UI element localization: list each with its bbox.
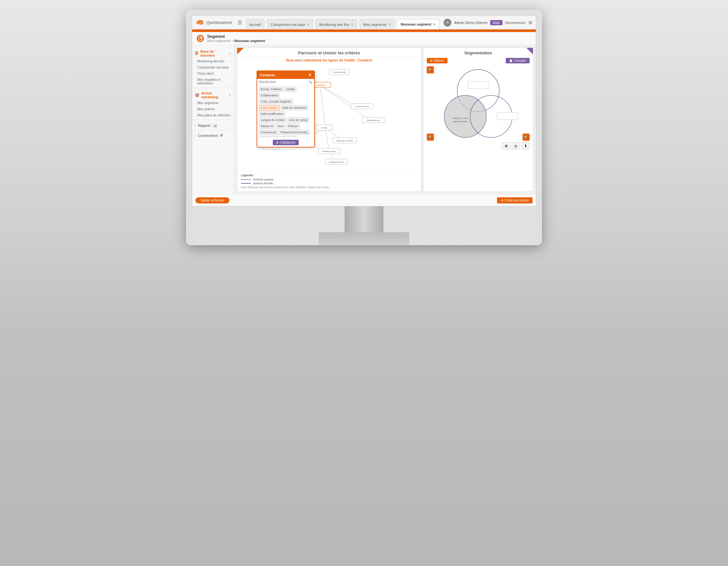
tag-collaborateur[interactable]: Collaborateur [259,93,280,98]
page-title-area: Segment Mes segments > Nouveau segment [207,34,265,43]
legend-title: Légende : [241,174,417,177]
tag-boutiq-preferee[interactable]: Boutiq. Préférée [259,87,283,92]
contacts-popup: Contacts ✕ 🔍 Boutiq. Préférée Civilit [257,71,315,148]
sidebar-marketing-header[interactable]: 🎯 Action marketing ▼ [192,89,234,100]
sidebar-divider-1 [192,88,234,88]
seg-buttons-top: ⊗ Effacer 📋 Compter [424,57,533,65]
sidebar-section-db: 🗄 Base de données ▼ Monitoring des flux … [192,48,234,86]
deconnexion-button[interactable]: Déconnexion [505,21,526,25]
left-panel-title: Parcourir et choisir les critères [237,48,421,57]
tag-segment[interactable]: Segment [282,136,297,137]
contacts-close-button[interactable]: ✕ [308,73,312,77]
venn-search-top[interactable]: 🔍 [427,66,434,73]
hamburger-menu[interactable]: ☰ [237,19,242,26]
svg-rect-40 [497,113,518,120]
arrow-icon-3: › [230,108,231,111]
search-icon: 🔍 [309,81,312,84]
sidebar-rapport-header[interactable]: › Rapport 📊 [192,121,234,128]
tab-nouveau-segment[interactable]: Nouveau segment ✕ [397,19,439,29]
svg-text:Catalogue produit: Catalogue produit [329,161,344,163]
corner-tr [526,48,533,54]
sidebar-connecteurs-header[interactable]: › Connecteurs ⚙ [192,131,234,139]
tag-crea-compte[interactable]: Créa. Compte Magento [259,99,293,104]
monitor-stand [192,206,536,245]
db-icon: 🗄 [195,51,198,55]
tab-comprendre[interactable]: Comprendre ma base ✕ [267,19,313,29]
sidebar-item-plans[interactable]: Mes plans de sélection › [192,112,234,118]
solid-line-icon [241,183,251,184]
venn-container: Glissez ici votre premier critère 🔍 🔍 🔍 [424,65,533,142]
svg-text:Contacts: Contacts [316,84,325,86]
tag-provenance[interactable]: Provenance [259,130,278,135]
tag-lieu-achat[interactable]: Lieu 1er achat [287,117,309,123]
settings-icon[interactable]: ⚙ [528,20,533,25]
arrow-icon-4: › [230,114,231,117]
tag-date-modif[interactable]: Date modification [259,111,285,117]
tag-civilite[interactable]: Civilité [284,87,296,92]
left-panel: Parcourir et choisir les critères Vous a… [237,48,421,192]
svg-point-35 [444,95,486,138]
view-venn-button[interactable]: ◎ [512,142,520,150]
arrow-icon-2: › [230,102,231,105]
sidebar-section-connecteurs: › Connecteurs ⚙ [192,131,234,139]
effacer-button[interactable]: ⊗ Effacer [427,58,447,63]
tag-langue[interactable]: Langue du contact [259,117,286,123]
tag-prenom[interactable]: Prénom [286,124,300,129]
svg-text:premier critère: premier critère [453,120,468,123]
sidebar-db-header[interactable]: 🗄 Base de données ▼ [192,48,234,58]
contacts-popup-footer: ⊕ Catégories [257,137,314,147]
logo-text: Quintessence [206,20,232,25]
categories-button[interactable]: ⊕ Catégories [273,140,299,145]
dashed-line-icon [241,179,251,180]
contacts-search-input[interactable] [259,80,307,84]
venn-svg: Glissez ici votre premier critère [424,65,533,142]
sidebar-item-mes-segments[interactable]: Mes segments › [192,100,234,106]
tab-close-segments[interactable]: ✕ [388,23,391,26]
tag-nom[interactable]: Nom [276,124,285,129]
sidebar-item-mes-actions[interactable]: Mes actions › [192,106,234,112]
aide-button[interactable]: Aide [490,20,502,25]
tag-date-creation[interactable]: Date création [259,105,280,110]
app-window: Quintessence ☰ Accueil / Comprendre ma b… [192,16,536,206]
tab-close-comprendre[interactable]: ✕ [307,23,309,26]
view-export-button[interactable]: ⬆ [521,142,530,150]
sidebar-item-fiche[interactable]: Fiche client [192,71,234,77]
tag-date-naissance[interactable]: Date de naissance [281,105,308,110]
tab-close-monitoring[interactable]: ✕ [351,23,353,26]
tab-accueil[interactable]: Accueil [246,19,264,29]
svg-point-0 [202,20,203,22]
bottom-actions: Valider et fermer ⊕ Créer une action [192,194,536,206]
tag-tranche-age[interactable]: Tranche d'âge [259,136,281,137]
creer-action-button[interactable]: ⊕ Créer une action [497,197,533,204]
sidebar-section-marketing: 🎯 Action marketing ▼ Mes segments › Mes … [192,89,234,118]
sidebar: 🗄 Base de données ▼ Monitoring des flux … [192,45,234,194]
closed-join-label: Jointure fermée : [253,182,275,185]
valider-button[interactable]: Valider et fermer [195,197,229,204]
svg-text:Ventes: Ventes [322,127,327,129]
svg-text:Détail de la wishlist: Détail de la wishlist [336,140,353,142]
legend-open-join: Jointure ouverte : [241,178,417,181]
svg-line-10 [325,128,329,152]
tab-close-nouveau[interactable]: ✕ [433,23,436,26]
sidebar-item-requetes[interactable]: Mes requêtes et extractions [192,77,234,86]
view-icons: ⊞ ◎ ⬆ [424,142,533,152]
contacts-title: Contacts [260,73,275,77]
sidebar-item-monitoring[interactable]: Monitoring des flux › [192,58,234,64]
contacts-search: 🔍 [257,79,314,85]
diagram-area: Contacts Contenu postal Tél. Clic Canal … [237,64,421,171]
tab-segments[interactable]: Mes segments ✕ [360,19,394,29]
chevron-down-icon-2: ▼ [229,94,231,97]
venn-search-bl[interactable]: 🔍 [427,134,434,141]
svg-line-5 [320,85,370,120]
view-table-button[interactable]: ⊞ [502,142,510,150]
tag-master-id[interactable]: Master ID [259,124,275,129]
tab-monitoring[interactable]: Monitoring des flux ✕ [316,19,357,29]
avatar: A [444,19,451,27]
tabs-bar: Accueil / Comprendre ma base ✕ / Monitor… [246,16,444,29]
venn-search-br[interactable]: 🔍 [523,134,530,141]
left-panel-subtitle: Vous avez sélectionné les lignes de l'en… [237,57,421,64]
orange-stripe [192,29,536,32]
tag-rattachement[interactable]: Rattachement boutiq. [279,130,310,135]
compter-button[interactable]: 📋 Compter [506,58,530,63]
sidebar-item-comprendre[interactable]: Comprendre ma base [192,64,234,71]
